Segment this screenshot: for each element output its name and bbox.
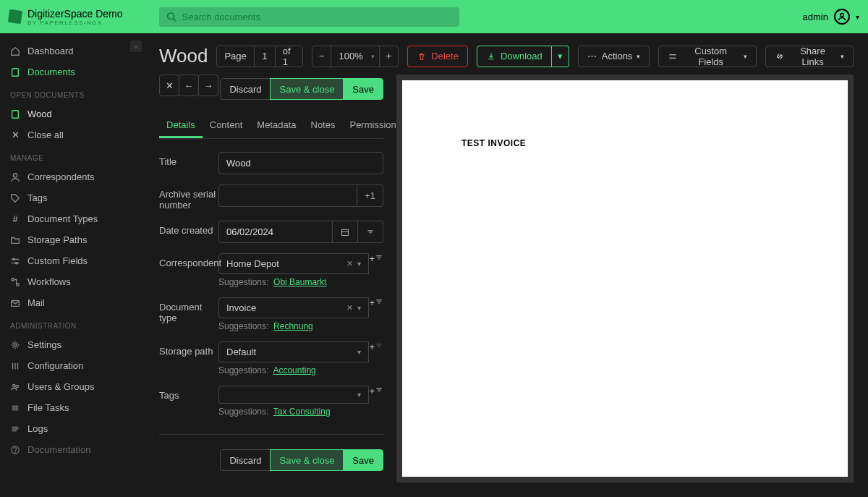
discard-button-top[interactable]: Discard — [220, 78, 271, 100]
tags-add-button[interactable]: + — [369, 386, 375, 404]
svg-point-26 — [15, 452, 16, 453]
close-doc-button[interactable]: ✕ — [159, 75, 179, 96]
sidebar-users-groups[interactable]: Users & Groups — [0, 376, 145, 397]
doctype-add-button[interactable]: + — [369, 297, 375, 318]
sidebar-open-doc[interactable]: Wood — [0, 103, 145, 124]
suggestion-link[interactable]: Accounting — [273, 365, 315, 375]
sidebar-logs[interactable]: Logs — [0, 418, 145, 439]
asn-label: Archive serial number — [159, 184, 218, 211]
search-input[interactable] — [182, 12, 452, 22]
correspondent-select[interactable]: Home Depot ✕▾ — [218, 253, 369, 274]
date-input[interactable] — [218, 221, 333, 243]
save-close-button-bottom[interactable]: Save & close — [270, 449, 344, 471]
sidebar-configuration[interactable]: Configuration — [0, 355, 145, 376]
sidebar-collapse-button[interactable]: « — [130, 41, 142, 52]
sidebar-settings[interactable]: Settings — [0, 334, 145, 355]
correspondent-add-button[interactable]: + — [369, 253, 375, 274]
form-panel: ✕ ← → Discard Save & close Save Details … — [159, 75, 383, 483]
clear-icon[interactable]: ✕ — [346, 259, 353, 268]
date-picker-button[interactable] — [333, 221, 358, 243]
storage-add-button[interactable]: + — [369, 341, 375, 362]
download-dropdown[interactable]: ▾ — [552, 46, 569, 67]
svg-point-17 — [13, 384, 16, 387]
suggestion-link[interactable]: Rechnung — [273, 321, 313, 331]
chevron-down-icon: ▾ — [357, 304, 361, 312]
sidebar-dashboard[interactable]: Dashboard — [0, 41, 145, 61]
asn-input[interactable] — [218, 184, 357, 207]
suggestion-link[interactable]: Tax Consulting — [273, 407, 331, 417]
save-close-button-top[interactable]: Save & close — [270, 78, 344, 100]
sidebar-mail[interactable]: Mail — [0, 292, 145, 313]
sidebar-file-tasks[interactable]: File Tasks — [0, 397, 145, 418]
suggestion-link[interactable]: Obi Baumarkt — [273, 277, 326, 287]
doctype-filter-button[interactable] — [375, 297, 383, 318]
svg-point-5 — [13, 173, 17, 177]
title-input[interactable] — [218, 152, 383, 174]
asn-increment-button[interactable]: +1 — [357, 184, 383, 207]
sidebar-storage-paths[interactable]: Storage Paths — [0, 229, 145, 250]
next-doc-button[interactable]: → — [198, 75, 218, 96]
tags-filter-button[interactable] — [375, 386, 383, 404]
preview-content: TEST INVOICE — [461, 138, 788, 148]
tab-metadata[interactable]: Metadata — [250, 114, 303, 138]
zoom-value[interactable]: 100% — [331, 46, 379, 67]
zoom-control: − 100% + — [312, 46, 399, 67]
svg-point-18 — [16, 385, 19, 388]
sidebar-documentation[interactable]: Documentation — [0, 439, 145, 460]
download-button[interactable]: Download — [477, 46, 552, 67]
title-label: Title — [159, 152, 218, 167]
gear-icon — [10, 340, 20, 350]
sliders-icon — [10, 256, 20, 266]
sidebar-tags[interactable]: Tags — [0, 187, 145, 208]
prev-doc-button[interactable]: ← — [179, 75, 199, 96]
discard-button-bottom[interactable]: Discard — [220, 449, 271, 471]
hash-icon: # — [10, 214, 20, 224]
delete-button[interactable]: Delete — [407, 46, 468, 67]
person-icon — [10, 172, 20, 182]
tags-select[interactable]: ▾ — [218, 386, 369, 404]
chevron-down-icon: ▾ — [357, 260, 361, 268]
sidebar-doc-types[interactable]: # Document Types — [0, 208, 145, 229]
sidebar-close-all[interactable]: ✕ Close all — [0, 124, 145, 145]
document-header: Wood Page of 1 − 100% + Delete — [145, 33, 868, 75]
sidebar-custom-fields[interactable]: Custom Fields — [0, 250, 145, 271]
custom-fields-button[interactable]: Custom Fields ▾ — [658, 46, 757, 67]
save-button-bottom[interactable]: Save — [343, 449, 383, 471]
page-input[interactable] — [254, 46, 276, 67]
sidebar-documents[interactable]: Documents — [0, 61, 145, 82]
zoom-in-button[interactable]: + — [380, 51, 399, 61]
clear-icon[interactable]: ✕ — [346, 303, 353, 313]
date-filter-button[interactable] — [358, 221, 383, 243]
chevron-down-icon[interactable]: ▾ — [856, 13, 859, 21]
sidebar-workflows[interactable]: Workflows — [0, 271, 145, 292]
document-title: Wood — [159, 45, 208, 67]
tab-details[interactable]: Details — [159, 114, 203, 138]
app-logo[interactable]: DigitizerSpace Demo BY PAPERLESS-NGX — [9, 8, 123, 26]
app-subtitle: BY PAPERLESS-NGX — [27, 20, 123, 26]
sidebar-correspondents[interactable]: Correspondents — [0, 166, 145, 187]
sidebar-section-admin: ADMINISTRATION — [0, 313, 145, 334]
storage-suggestions: Suggestions: Accounting — [218, 365, 383, 375]
topbar: DigitizerSpace Demo BY PAPERLESS-NGX adm… — [0, 0, 868, 33]
share-links-button[interactable]: Share Links ▾ — [765, 46, 854, 67]
chevron-down-icon: ▾ — [357, 348, 361, 356]
tags-suggestions: Suggestions: Tax Consulting — [218, 407, 383, 417]
storage-filter-button[interactable] — [375, 341, 383, 362]
folder-icon — [10, 235, 20, 245]
document-preview[interactable]: TEST INVOICE — [396, 75, 854, 483]
preview-page: TEST INVOICE — [402, 80, 848, 477]
chevron-down-icon: ▾ — [744, 53, 747, 60]
sidebar-section-manage: MANAGE — [0, 145, 145, 166]
correspondent-filter-button[interactable] — [375, 253, 383, 274]
user-avatar-icon[interactable] — [834, 9, 850, 25]
tag-icon — [10, 193, 20, 203]
actions-button[interactable]: ⋯ Actions ▾ — [578, 46, 650, 67]
trash-icon — [417, 51, 427, 61]
tab-content[interactable]: Content — [203, 114, 250, 138]
save-button-top[interactable]: Save — [343, 78, 383, 100]
tab-notes[interactable]: Notes — [304, 114, 343, 138]
zoom-out-button[interactable]: − — [312, 51, 331, 61]
search-box[interactable] — [159, 7, 459, 27]
doctype-select[interactable]: Invoice ✕▾ — [218, 297, 369, 318]
storage-select[interactable]: Default ▾ — [218, 341, 369, 362]
